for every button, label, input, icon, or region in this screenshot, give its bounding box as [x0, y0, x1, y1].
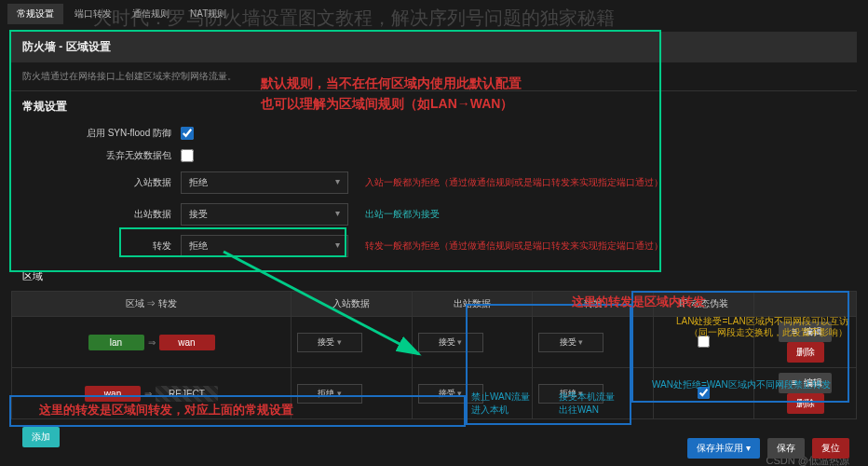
output-label: 出站数据	[22, 208, 171, 221]
lan-output-select[interactable]: 接受	[418, 333, 483, 352]
annotation-default-rule-2: 也可以理解为区域间规则（如LAN→WAN）	[261, 93, 513, 114]
delete-button[interactable]: 删除	[787, 393, 824, 414]
input-label: 入站数据	[22, 176, 171, 189]
th-zone-forward: 区域 ⇒ 转发	[12, 292, 292, 317]
annotation-wan-in-1: 禁止WAN流量	[471, 391, 530, 402]
output-hint: 出站一般都为接受	[365, 208, 440, 221]
th-input: 入站数据	[292, 292, 413, 317]
annotation-wan-reject: WAN处拒绝=WAN区域内不同网段禁止转发	[652, 379, 831, 390]
tab-traffic-rules[interactable]: 通信规则	[123, 4, 179, 24]
annotation-zone-inner-forward: 这里的转发是区域内转发	[572, 293, 705, 312]
tab-port-forward[interactable]: 端口转发	[65, 4, 121, 24]
wan-input-select[interactable]: 拒绝	[297, 384, 362, 404]
output-select[interactable]: 接受	[181, 203, 348, 226]
annotation-lan-accept-2: （同一网段走交换机，此设置不影响）	[689, 327, 848, 337]
arrow-right-icon: ⇒	[141, 389, 156, 399]
panel-title: 防火墙 - 区域设置	[11, 32, 857, 62]
reset-button[interactable]: 复位	[812, 438, 849, 459]
zone-badge-lan: lan	[88, 335, 144, 350]
th-output: 出站数据	[412, 292, 533, 317]
forward-select[interactable]: 拒绝	[181, 235, 348, 257]
add-button[interactable]: 添加	[22, 427, 60, 447]
top-tabs: 常规设置 端口转发 通信规则 NAT规则	[0, 0, 868, 28]
annotation-inter-zone-forward: 这里的转发是区域间转发，对应上面的常规设置	[39, 401, 293, 420]
forward-label: 转发	[22, 240, 171, 253]
annotation-wan-out-1: 接受本机流量	[559, 391, 615, 402]
annotation-wan-out-2: 出往WAN	[559, 404, 599, 415]
forward-hint: 转发一般都为拒绝（通过做通信规则或是端口转发来实现指定端口通过）	[365, 240, 663, 253]
tab-general[interactable]: 常规设置	[7, 4, 63, 24]
lan-input-select[interactable]: 接受	[297, 333, 362, 352]
arrow-right-icon: ⇒	[144, 337, 159, 348]
zone-badge-wan: wan	[85, 386, 141, 402]
save-apply-button[interactable]: 保存并应用 ▾	[687, 438, 760, 459]
annotation-lan-accept-1: LAN处接受=LAN区域内不同网段可以互访	[676, 316, 848, 326]
save-button[interactable]: 保存	[767, 438, 805, 459]
syn-flood-checkbox[interactable]	[181, 127, 194, 140]
annotation-wan-in-2: 进入本机	[471, 404, 509, 415]
zone-header: 区域	[11, 262, 857, 291]
input-hint: 入站一般都为拒绝（通过做通信规则或是端口转发来实现指定端口通过）	[365, 176, 663, 189]
syn-flood-label: 启用 SYN-flood 防御	[22, 127, 171, 140]
zone-badge-reject: REJECT	[156, 386, 218, 402]
drop-invalid-checkbox[interactable]	[181, 149, 194, 162]
tab-nat-rules[interactable]: NAT规则	[181, 4, 236, 24]
annotation-default-rule-1: 默认规则，当不在任何区域内使用此默认配置	[261, 73, 522, 93]
zone-badge-wan: wan	[159, 335, 215, 350]
drop-invalid-label: 丢弃无效数据包	[22, 149, 171, 162]
input-select[interactable]: 拒绝	[181, 171, 348, 194]
lan-forward-select[interactable]: 接受	[538, 333, 604, 352]
delete-button[interactable]: 删除	[787, 342, 824, 363]
